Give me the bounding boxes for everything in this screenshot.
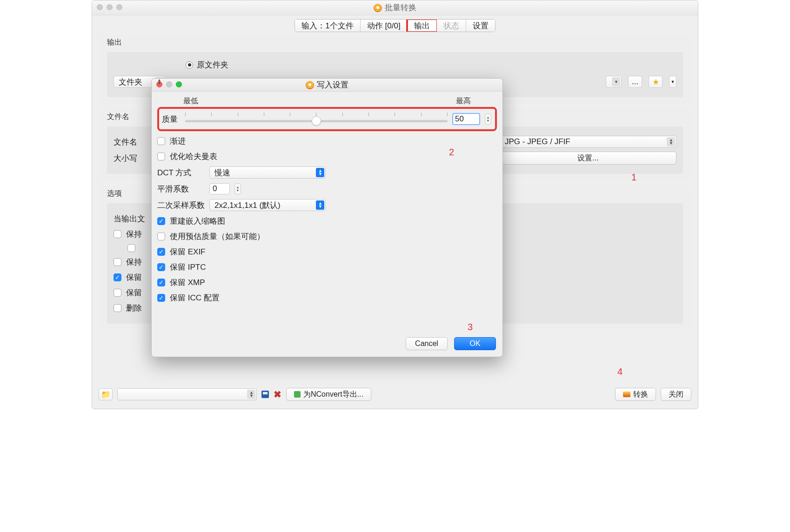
quality-label: 质量: [162, 114, 181, 125]
main-title: 批量转换: [385, 2, 416, 13]
chk-est-quality[interactable]: [157, 233, 165, 240]
case-label: 大小写: [114, 153, 141, 164]
zoom-dot-icon[interactable]: [116, 4, 122, 10]
radio-source-folder[interactable]: [186, 61, 193, 69]
filename-label: 文件名: [114, 137, 141, 147]
subsample-label: 二次采样系数: [157, 200, 205, 211]
chk-rebuild-thumb[interactable]: [157, 217, 165, 225]
write-settings-dialog: 写入设置 最低 最高 质量 50 ▲▼ 渐进 优化哈夫曼表 DCT 方式: [151, 78, 503, 357]
chk-keep-iptc[interactable]: [157, 263, 165, 271]
close-button[interactable]: 关闭: [661, 388, 691, 401]
traffic-lights: [97, 4, 122, 10]
quality-slider[interactable]: [185, 113, 448, 126]
annotation-1: 1: [631, 172, 636, 183]
chk-keep-icc[interactable]: [157, 294, 165, 302]
dct-select[interactable]: 慢速▲▼: [209, 166, 326, 179]
main-tabs: 输入：1个文件 动作 [0/0] 输出 状态 设置: [295, 19, 495, 32]
close-dot-icon[interactable]: [97, 4, 103, 10]
tab-settings[interactable]: 设置: [466, 20, 495, 32]
chk-keep-exif[interactable]: [157, 248, 165, 256]
chk-keep1[interactable]: [114, 230, 121, 238]
format-settings-button[interactable]: 设置...: [500, 152, 676, 165]
chk-keep-xmp[interactable]: [157, 279, 165, 286]
smooth-label: 平滑系数: [157, 184, 205, 194]
browse-button[interactable]: ...: [628, 76, 642, 88]
subsample-select[interactable]: 2x2,1x1,1x1 (默认)▲▼: [209, 199, 326, 211]
quality-low-label: 最低: [183, 96, 198, 106]
chk-huffman[interactable]: [157, 153, 165, 160]
quality-row: 质量 50 ▲▼: [157, 107, 497, 131]
annotation-4: 4: [617, 366, 623, 377]
dct-label: DCT 方式: [157, 167, 205, 178]
dialog-minimize-dot-icon: [166, 81, 172, 87]
save-icon[interactable]: [261, 391, 269, 398]
path-dropdown[interactable]: ▼: [606, 76, 622, 88]
tab-input[interactable]: 输入：1个文件: [295, 20, 360, 32]
tab-output[interactable]: 输出: [408, 20, 437, 32]
annotation-3: 3: [468, 322, 473, 332]
quality-value-input[interactable]: 50: [452, 113, 480, 125]
quality-high-label: 最高: [456, 96, 471, 106]
dialog-title: 写入设置: [317, 80, 348, 90]
chk-progressive[interactable]: [157, 137, 165, 145]
favorite-menu-button[interactable]: ▼: [669, 76, 676, 88]
dialog-app-icon: [306, 81, 314, 89]
dialog-zoom-dot-icon[interactable]: [176, 81, 182, 87]
chk-keep-sub[interactable]: [127, 244, 135, 252]
chk-keep4[interactable]: [114, 289, 121, 297]
chk-keep3[interactable]: [114, 273, 121, 281]
smooth-stepper[interactable]: ▲▼: [234, 183, 241, 194]
tab-actions[interactable]: 动作 [0/0]: [361, 20, 408, 32]
when-exists-label: 当输出文: [114, 213, 145, 224]
preset-select[interactable]: ▲▼: [117, 388, 257, 400]
smooth-value-input[interactable]: 0: [209, 183, 230, 194]
cancel-button[interactable]: Cancel: [406, 337, 448, 350]
app-icon: [374, 4, 382, 12]
format-select[interactable]: JPG - JPEG / JFIF▲▼: [500, 136, 676, 148]
output-group-label: 输出: [107, 35, 683, 52]
favorite-button[interactable]: ★: [649, 76, 663, 88]
quality-stepper[interactable]: ▲▼: [485, 113, 491, 125]
open-folder-button[interactable]: 📁: [99, 388, 113, 400]
chk-keep2[interactable]: [114, 258, 121, 266]
delete-icon[interactable]: ✖: [274, 389, 281, 400]
ok-button[interactable]: OK: [454, 337, 496, 350]
minimize-dot-icon[interactable]: [107, 4, 113, 10]
annotation-2: 2: [449, 147, 454, 158]
convert-button[interactable]: 转换: [615, 388, 656, 401]
tab-status: 状态: [437, 20, 466, 32]
chk-delete[interactable]: [114, 304, 121, 312]
export-nconvert-button[interactable]: 为NConvert导出...: [286, 388, 371, 401]
main-titlebar: 批量转换: [92, 0, 698, 15]
radio-source-folder-label: 原文件夹: [197, 60, 228, 70]
